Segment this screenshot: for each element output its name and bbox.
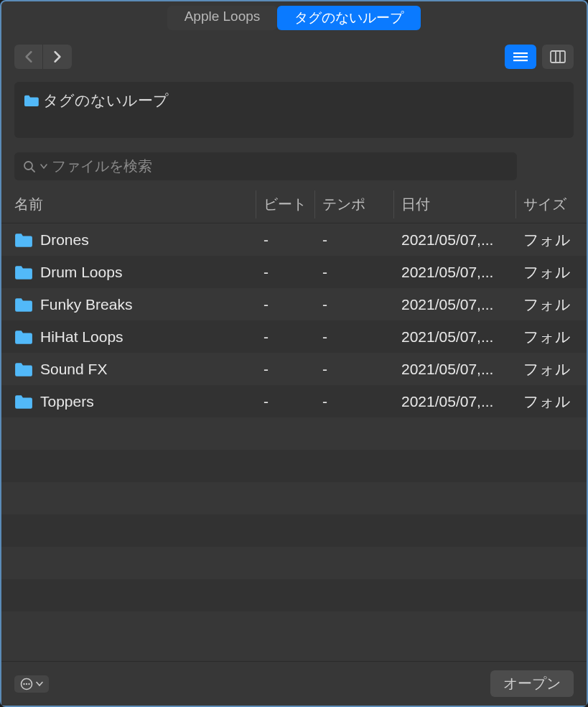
chevron-down-icon [36, 681, 43, 687]
chevron-down-icon [40, 164, 47, 170]
table-row-empty [1, 547, 587, 579]
list-icon [513, 51, 528, 63]
table-row[interactable]: Drum Loops - - 2021/05/07,... フォル [1, 256, 587, 288]
loop-browser-window: Apple Loops タグのないループ [0, 0, 588, 707]
table-row[interactable]: Drones - - 2021/05/07,... フォル [1, 223, 587, 256]
search-input[interactable] [52, 158, 508, 175]
cell-tempo: - [315, 361, 394, 378]
svg-rect-2 [513, 60, 528, 61]
cell-date: 2021/05/07,... [394, 328, 516, 346]
cell-size: フォル [516, 295, 587, 315]
cell-date: 2021/05/07,... [394, 264, 516, 281]
cell-date: 2021/05/07,... [394, 296, 516, 313]
folder-icon [14, 329, 33, 345]
file-name: Drones [40, 231, 89, 249]
table-row[interactable]: Sound FX - - 2021/05/07,... フォル [1, 353, 587, 385]
file-name: Sound FX [40, 361, 107, 378]
folder-icon [23, 94, 39, 107]
column-header-name[interactable]: 名前 [1, 190, 256, 218]
cell-beat: - [256, 361, 315, 378]
browser-mode-tabs: Apple Loops タグのないループ [1, 1, 587, 36]
column-header-beat[interactable]: ビート [256, 190, 315, 218]
chevron-right-icon [52, 50, 62, 63]
svg-point-6 [24, 162, 32, 170]
cell-size: フォル [516, 392, 587, 412]
table-row-empty [1, 450, 587, 482]
table-row-empty [1, 514, 587, 547]
cell-beat: - [256, 296, 315, 313]
column-header-size[interactable]: サイズ [516, 190, 587, 218]
table-row[interactable]: Funky Breaks - - 2021/05/07,... フォル [1, 288, 587, 320]
cell-beat: - [256, 231, 315, 249]
table-body: Drones - - 2021/05/07,... フォル Drum Loops… [1, 223, 587, 661]
tab-apple-loops[interactable]: Apple Loops [167, 6, 278, 30]
nav-button-group [14, 45, 72, 69]
cell-tempo: - [315, 393, 394, 410]
cell-beat: - [256, 264, 315, 281]
cell-size: フォル [516, 359, 587, 379]
file-name: Funky Breaks [40, 296, 132, 313]
forward-button[interactable] [43, 45, 72, 69]
file-name: HiHat Loops [40, 328, 123, 346]
back-button[interactable] [14, 45, 43, 69]
footer-bar: オープン [1, 661, 587, 706]
table-row-empty [1, 482, 587, 514]
cell-name: Toppers [1, 393, 256, 410]
cell-name: Drum Loops [1, 264, 256, 281]
cell-size: フォル [516, 262, 587, 282]
svg-rect-3 [551, 51, 565, 63]
cell-beat: - [256, 393, 315, 410]
folder-icon [14, 232, 33, 248]
column-header-tempo[interactable]: テンポ [315, 190, 394, 218]
cell-tempo: - [315, 231, 394, 249]
folder-icon [14, 394, 33, 410]
cell-size: フォル [516, 327, 587, 347]
table-header: 名前 ビート テンポ 日付 サイズ [1, 190, 587, 223]
cell-name: Drones [1, 231, 256, 249]
path-label: タグのないループ [43, 91, 169, 111]
svg-rect-1 [513, 56, 528, 57]
cell-tempo: - [315, 264, 394, 281]
cell-size: フォル [516, 230, 587, 250]
svg-point-9 [23, 683, 24, 684]
cell-date: 2021/05/07,... [394, 231, 516, 249]
cell-name: Sound FX [1, 361, 256, 378]
search-bar[interactable] [14, 152, 517, 180]
cell-beat: - [256, 328, 315, 346]
column-view-button[interactable] [542, 45, 574, 69]
folder-icon [14, 297, 33, 313]
table-row-empty [1, 417, 587, 450]
column-header-date[interactable]: 日付 [394, 190, 516, 218]
folder-icon [14, 264, 33, 280]
list-view-button[interactable] [505, 45, 536, 69]
file-table: 名前 ビート テンポ 日付 サイズ Drones - - 2021/05/07,… [1, 190, 587, 661]
path-bar: タグのないループ [14, 82, 574, 138]
current-path-item[interactable]: タグのないループ [23, 91, 169, 111]
view-mode-group [505, 45, 574, 69]
svg-line-7 [32, 169, 34, 172]
cell-tempo: - [315, 296, 394, 313]
file-name: Drum Loops [40, 264, 122, 281]
columns-icon [550, 50, 566, 63]
table-row-empty [1, 579, 587, 611]
navigation-toolbar [1, 36, 587, 78]
search-icon [23, 160, 36, 173]
svg-point-11 [28, 683, 29, 684]
table-row[interactable]: HiHat Loops - - 2021/05/07,... フォル [1, 320, 587, 353]
svg-rect-0 [513, 52, 528, 54]
table-row[interactable]: Toppers - - 2021/05/07,... フォル [1, 385, 587, 417]
cell-tempo: - [315, 328, 394, 346]
cell-name: Funky Breaks [1, 296, 256, 313]
file-name: Toppers [40, 393, 94, 410]
cell-name: HiHat Loops [1, 328, 256, 346]
cell-date: 2021/05/07,... [394, 393, 516, 410]
chevron-left-icon [24, 50, 34, 63]
folder-icon [14, 361, 33, 377]
cell-date: 2021/05/07,... [394, 361, 516, 378]
action-menu-button[interactable] [14, 675, 49, 693]
svg-point-10 [26, 683, 27, 684]
ellipsis-circle-icon [20, 678, 33, 690]
open-button[interactable]: オープン [490, 670, 574, 697]
tab-untagged-loops[interactable]: タグのないループ [277, 6, 421, 30]
